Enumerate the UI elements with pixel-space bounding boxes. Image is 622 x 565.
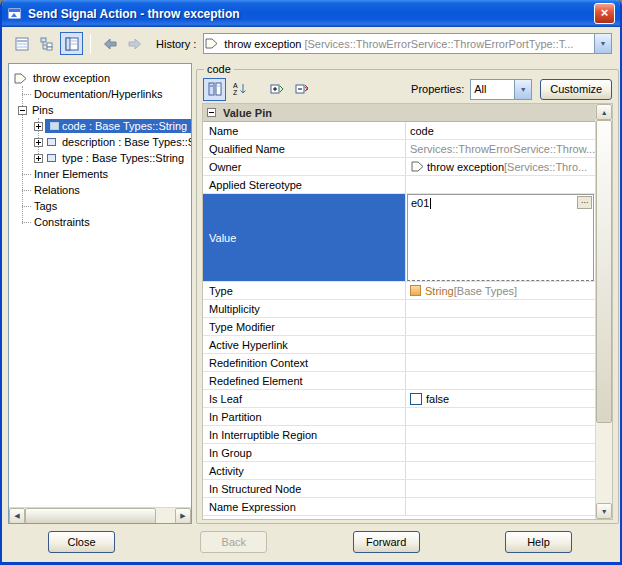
tree-item-pin-type[interactable]: type : Base Types::String [9, 150, 191, 166]
tree-item-pins[interactable]: Pins [9, 102, 191, 118]
element-tree: throw exception Documentation/Hyperlinks… [9, 64, 191, 507]
groupbox-title: code [204, 63, 234, 75]
pin-icon [50, 122, 59, 130]
value-editor-cell: e01 ... [406, 194, 595, 281]
property-row-redefinition-context: Redefinition Context [203, 354, 595, 372]
main-area: throw exception Documentation/Hyperlinks… [2, 60, 620, 526]
scroll-down-icon[interactable]: ▼ [596, 503, 612, 519]
section-header-value-pin[interactable]: Value Pin [203, 104, 595, 122]
datatype-icon [410, 285, 421, 296]
collapse-icon[interactable] [18, 106, 27, 115]
history-combo[interactable]: throw exception [Services::ThrowErrorSer… [203, 33, 612, 54]
scroll-left-icon[interactable]: ◀ [9, 508, 25, 524]
titlebar[interactable]: Send Signal Action - throw exception × [2, 0, 620, 27]
property-row-name: Name code [203, 122, 595, 140]
specification-dialog: Send Signal Action - throw exception × H… [0, 0, 622, 565]
checkbox-icon[interactable] [410, 393, 422, 405]
property-value[interactable] [406, 318, 595, 335]
chevron-down-icon[interactable]: ▼ [594, 34, 611, 53]
help-button[interactable]: Help [505, 531, 572, 553]
toolbar-separator [90, 34, 91, 54]
property-row-type-modifier: Type Modifier [203, 318, 595, 336]
close-icon[interactable]: × [594, 3, 615, 24]
dialog-toolbar: History : throw exception [Services::Thr… [2, 27, 620, 60]
property-table: Value Pin Name code Qualified Name Servi… [203, 104, 595, 519]
collapse-icon[interactable] [207, 108, 216, 117]
customize-button[interactable]: Customize [540, 79, 612, 100]
forward-button[interactable]: Forward [353, 531, 420, 553]
property-table-area: Value Pin Name code Qualified Name Servi… [202, 103, 613, 520]
scroll-up-icon[interactable]: ▲ [596, 104, 612, 120]
svg-text:A: A [233, 82, 238, 89]
property-value[interactable]: false [406, 390, 595, 407]
tree-item-relations[interactable]: Relations [9, 182, 191, 198]
property-value[interactable] [406, 300, 595, 317]
property-row-in-group: In Group [203, 444, 595, 462]
property-value[interactable] [406, 336, 595, 353]
code-groupbox: code AZ Properties: [196, 63, 619, 524]
properties-filter-combo[interactable]: All ▼ [470, 79, 532, 100]
expand-all-button[interactable] [265, 78, 288, 101]
property-value[interactable] [406, 176, 595, 193]
tree-item-pin-code[interactable]: code : Base Types::String [9, 118, 191, 134]
tree-item-pin-description[interactable]: description : Base Types::String [9, 134, 191, 150]
property-value[interactable] [406, 444, 595, 461]
pin-icon [47, 154, 56, 162]
chevron-down-icon[interactable]: ▼ [514, 80, 531, 99]
property-row-name-expression: Name Expression [203, 498, 595, 516]
svg-text:Z: Z [233, 89, 238, 96]
open-editor-button[interactable]: ... [577, 196, 592, 209]
history-back-button[interactable] [98, 32, 121, 55]
send-signal-action-icon [14, 73, 27, 84]
view-mode-tree-button[interactable] [35, 32, 58, 55]
value-text-editor[interactable]: e01 ... [407, 194, 594, 281]
close-button[interactable]: Close [48, 531, 115, 553]
property-value[interactable]: code [406, 122, 595, 139]
categorized-view-button[interactable] [203, 78, 226, 101]
property-row-value: Value e01 ... [203, 194, 595, 282]
property-row-type: Type String [Base Types] [203, 282, 595, 300]
properties-panel: code AZ Properties: [196, 63, 614, 524]
property-row-activity: Activity [203, 462, 595, 480]
tree-horizontal-scrollbar[interactable]: ◀ ▶ [9, 507, 191, 523]
property-row-in-interruptible-region: In Interruptible Region [203, 426, 595, 444]
view-mode-list-button[interactable] [10, 32, 33, 55]
send-signal-action-icon [411, 161, 424, 172]
tree-item-documentation[interactable]: Documentation/Hyperlinks [9, 86, 191, 102]
tree-item-tags[interactable]: Tags [9, 198, 191, 214]
property-row-multiplicity: Multiplicity [203, 300, 595, 318]
expand-icon[interactable] [34, 122, 43, 131]
property-value[interactable] [406, 354, 595, 371]
sort-alphabetically-button[interactable]: AZ [228, 78, 251, 101]
property-value[interactable] [406, 480, 595, 497]
back-button[interactable]: Back [200, 531, 267, 553]
expand-icon[interactable] [34, 138, 43, 147]
element-tree-panel: throw exception Documentation/Hyperlinks… [8, 63, 192, 524]
property-value[interactable] [406, 426, 595, 443]
send-signal-action-icon [205, 38, 218, 49]
history-forward-button[interactable] [123, 32, 146, 55]
history-value: throw exception [Services::ThrowErrorSer… [221, 38, 594, 50]
expand-icon[interactable] [34, 154, 43, 163]
property-value[interactable]: throw exception [Services::Thro... [406, 158, 595, 175]
tree-item-throw-exception[interactable]: throw exception [9, 70, 191, 86]
property-value[interactable]: Services::ThrowErrorService::Throw... [406, 140, 595, 157]
property-value[interactable]: String [Base Types] [406, 282, 595, 299]
properties-filter-label: Properties: [411, 83, 464, 95]
scroll-right-icon[interactable]: ▶ [175, 508, 191, 524]
dialog-title: Send Signal Action - throw exception [28, 7, 589, 21]
tree-item-constraints[interactable]: Constraints [9, 214, 191, 230]
scrollbar-thumb[interactable] [596, 120, 612, 423]
property-value[interactable] [406, 462, 595, 479]
property-row-is-leaf: Is Leaf false [203, 390, 595, 408]
scrollbar-thumb[interactable] [25, 508, 156, 524]
collapse-all-button[interactable] [290, 78, 313, 101]
table-vertical-scrollbar[interactable]: ▲ ▼ [595, 104, 612, 519]
property-row-redefined-element: Redefined Element [203, 372, 595, 390]
property-value[interactable] [406, 372, 595, 389]
tree-item-inner-elements[interactable]: Inner Elements [9, 166, 191, 182]
dialog-footer: Close Back Forward Help [2, 526, 620, 562]
property-value[interactable] [406, 498, 595, 515]
property-value[interactable] [406, 408, 595, 425]
view-mode-columns-button[interactable] [60, 32, 83, 55]
